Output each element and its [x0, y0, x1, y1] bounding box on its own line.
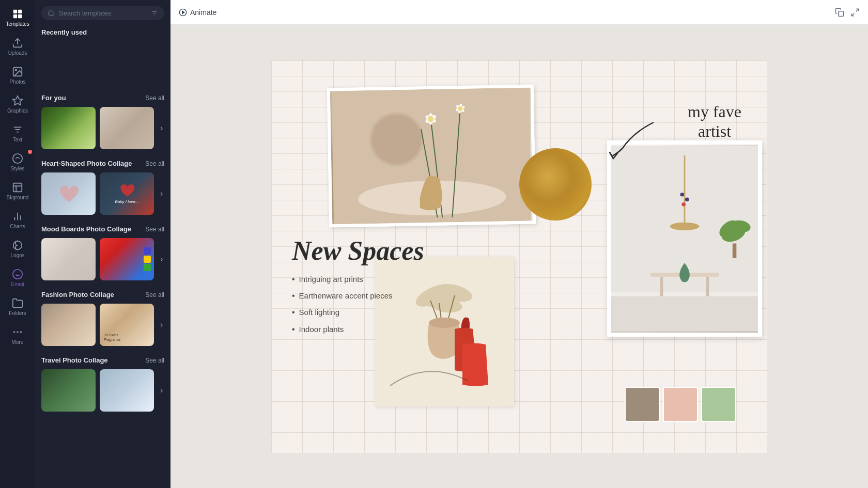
top-bar: Animate: [171, 0, 868, 25]
sidebar-item-emoji[interactable]: Emoji: [2, 264, 33, 291]
template-thumb-travel-2[interactable]: [100, 369, 154, 412]
svg-point-50: [680, 193, 684, 197]
bullet-item-1[interactable]: Intriguing art prints: [292, 274, 426, 285]
templates-panel: Recently used For you See all › Heart-Sh…: [35, 0, 171, 488]
photo-interior[interactable]: [607, 140, 762, 337]
sidebar-item-uploads[interactable]: Uploads: [2, 33, 33, 60]
mood-boards-arrow[interactable]: ›: [158, 253, 165, 266]
template-thumb-2[interactable]: [100, 107, 154, 149]
fashion-title: Fashion Photo Collage: [41, 291, 114, 298]
bullet-item-3[interactable]: Soft lighting: [292, 307, 426, 318]
svg-rect-58: [660, 276, 663, 296]
annotation-arrow: [592, 112, 664, 164]
recently-used-thumb[interactable]: [41, 41, 98, 84]
mood-boards-see-all[interactable]: See all: [145, 226, 164, 233]
svg-point-51: [685, 197, 689, 201]
text-block: New Spaces Intriguing art prints Earthen…: [292, 236, 426, 341]
section-travel: Travel Photo Collage See all ›: [41, 356, 164, 412]
canvas-title[interactable]: New Spaces: [292, 236, 426, 265]
heart-shaped-see-all[interactable]: See all: [145, 160, 164, 167]
section-heart-shaped: Heart-Shaped Photo Collage See all Baby …: [41, 160, 164, 215]
filter-icon[interactable]: [151, 10, 158, 17]
for-you-arrow[interactable]: ›: [158, 121, 165, 135]
sidebar-item-templates-label: Templates: [6, 21, 29, 27]
animate-button[interactable]: Animate: [179, 8, 216, 17]
section-recently-used: Recently used: [41, 28, 164, 84]
heart-shaped-header: Heart-Shaped Photo Collage See all: [41, 160, 164, 167]
svg-rect-60: [611, 296, 758, 331]
template-thumb-fashion-1[interactable]: [41, 304, 96, 346]
template-thumb-fashion-2[interactable]: Jo LovesFragrance: [100, 304, 154, 346]
svg-point-69: [429, 318, 460, 328]
for-you-see-all[interactable]: See all: [145, 95, 164, 102]
fashion-arrow[interactable]: ›: [158, 318, 165, 332]
recently-used-thumbnails: [41, 41, 164, 84]
sidebar-item-folders[interactable]: Folders: [2, 293, 33, 320]
mood-boards-header: Mood Boards Photo Collage See all: [41, 225, 164, 233]
canvas-container[interactable]: New Spaces Intriguing art prints Earthen…: [171, 25, 868, 488]
interior-illustration: [611, 145, 758, 333]
sidebar-item-templates[interactable]: Templates: [2, 4, 33, 31]
sidebar-item-charts-label: Charts: [10, 224, 25, 229]
sidebar-item-more[interactable]: More: [2, 322, 33, 349]
travel-see-all[interactable]: See all: [145, 357, 164, 364]
heart-shaped-thumbnails: Baby I love... ›: [41, 172, 164, 215]
bullet-item-4[interactable]: Indoor plants: [292, 324, 426, 335]
svg-point-21: [20, 331, 22, 333]
annotation-text: my faveartist: [688, 102, 741, 141]
travel-title: Travel Photo Collage: [41, 356, 108, 364]
swatch-pink[interactable]: [663, 387, 698, 422]
sidebar-item-logos[interactable]: Logos: [2, 235, 33, 262]
sidebar-item-styles[interactable]: Styles: [2, 149, 33, 176]
sidebar-item-text[interactable]: Text: [2, 120, 33, 147]
svg-rect-11: [13, 183, 22, 192]
swatch-brown[interactable]: [625, 387, 660, 422]
sidebar-item-more-label: More: [12, 339, 24, 345]
sidebar-item-photos[interactable]: Photos: [2, 62, 33, 89]
for-you-title: For you: [41, 94, 66, 102]
template-thumb-travel-1[interactable]: [41, 369, 96, 412]
sidebar-item-charts[interactable]: Charts: [2, 207, 33, 233]
sidebar-item-graphics[interactable]: Graphics: [2, 91, 33, 118]
copy-icon[interactable]: [835, 8, 844, 17]
travel-thumbnails: ›: [41, 369, 164, 412]
template-thumb-mood-2[interactable]: [100, 238, 154, 280]
search-bar[interactable]: [41, 6, 164, 20]
flowers-illustration: [330, 87, 533, 224]
template-thumb-heart-1[interactable]: [41, 172, 96, 215]
template-thumb-heart-2[interactable]: Baby I love...: [100, 172, 154, 215]
svg-rect-3: [18, 14, 22, 18]
sidebar-item-folders-label: Folders: [9, 310, 26, 316]
template-thumb-mood-1[interactable]: [41, 238, 96, 280]
svg-rect-29: [839, 11, 844, 16]
heart-shaped-arrow[interactable]: ›: [158, 187, 165, 200]
search-input[interactable]: [59, 9, 147, 17]
search-icon: [48, 10, 55, 17]
sidebar-item-background[interactable]: Bkground: [2, 178, 33, 204]
svg-rect-0: [13, 10, 17, 13]
sidebar-item-styles-label: Styles: [10, 166, 24, 171]
fashion-header: Fashion Photo Collage See all: [41, 291, 164, 298]
sidebar-item-graphics-label: Graphics: [7, 108, 28, 114]
swatch-green[interactable]: [701, 387, 736, 422]
travel-arrow[interactable]: ›: [158, 384, 165, 397]
sidebar-item-background-label: Bkground: [7, 195, 29, 200]
animate-icon: [179, 8, 187, 17]
svg-point-6: [15, 69, 17, 71]
bullet-item-2[interactable]: Earthenware accent pieces: [292, 290, 426, 302]
sidebar-item-uploads-label: Uploads: [8, 50, 27, 56]
svg-point-8: [13, 154, 22, 163]
expand-icon[interactable]: [850, 8, 860, 17]
main-area: Animate: [171, 0, 868, 488]
icon-rail: Templates Uploads Photos Graphics Text S…: [0, 0, 35, 488]
photo-flowers[interactable]: [327, 84, 536, 227]
fashion-see-all[interactable]: See all: [145, 291, 164, 298]
mood-board-canvas[interactable]: New Spaces Intriguing art prints Earthen…: [271, 60, 767, 453]
template-thumb-1[interactable]: [41, 107, 96, 149]
color-swatches: [625, 387, 736, 422]
svg-rect-59: [706, 276, 709, 296]
svg-rect-1: [18, 10, 22, 13]
svg-marker-28: [182, 11, 184, 13]
heart-shaped-title: Heart-Shaped Photo Collage: [41, 160, 132, 167]
sidebar-item-logos-label: Logos: [10, 253, 24, 258]
